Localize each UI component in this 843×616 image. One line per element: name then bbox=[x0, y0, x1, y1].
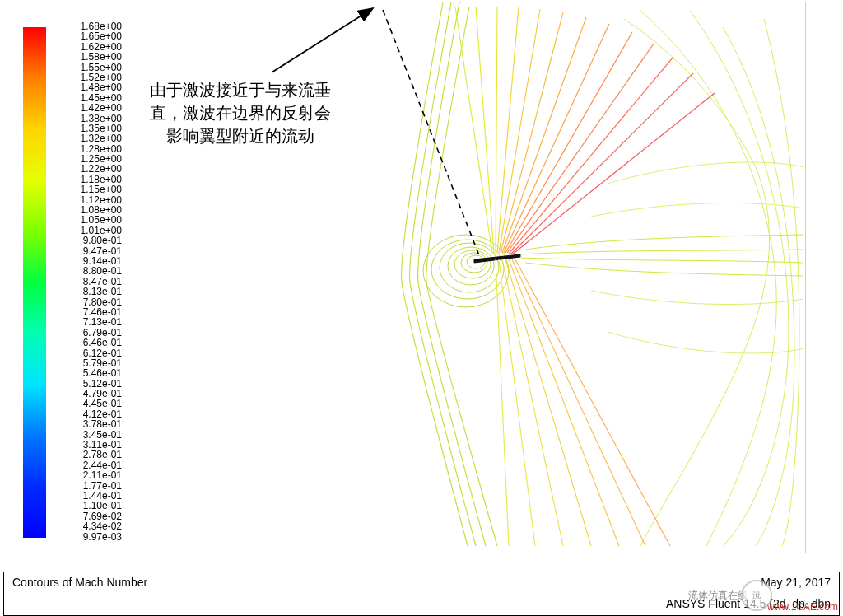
legend-tick: 7.13e-01 bbox=[49, 317, 122, 327]
svg-point-1 bbox=[431, 240, 504, 299]
svg-line-18 bbox=[510, 73, 693, 254]
watermark-logo-icon: 流 bbox=[741, 580, 772, 611]
legend-tick: 1.42e+00 bbox=[49, 103, 122, 113]
svg-line-8 bbox=[476, 7, 494, 254]
legend-tick: 1.65e+00 bbox=[49, 31, 122, 41]
svg-line-26 bbox=[515, 259, 670, 546]
legend-tick: 9.97e-03 bbox=[49, 532, 122, 542]
legend-tick: 2.11e-01 bbox=[49, 470, 122, 480]
legend-tick: 8.80e-01 bbox=[49, 266, 122, 276]
watermark-url: www.1CAE.com bbox=[767, 601, 838, 613]
legend-tick: 1.15e+00 bbox=[49, 184, 122, 194]
svg-line-25 bbox=[512, 259, 645, 546]
annotation-line-3: 影响翼型附近的流动 bbox=[150, 124, 331, 147]
legend-tick: 1.32e+00 bbox=[49, 133, 122, 143]
legend-tick: 1.48e+00 bbox=[49, 82, 122, 92]
legend-tick: 2.78e-01 bbox=[49, 450, 122, 460]
annotation-line-2: 直，激波在边界的反射会 bbox=[150, 101, 331, 124]
plot-title: Contours of Mach Number bbox=[12, 576, 147, 589]
legend-tick: 8.13e-01 bbox=[49, 287, 122, 296]
svg-line-11 bbox=[499, 9, 540, 253]
legend-tick: 1.10e-01 bbox=[49, 501, 122, 511]
color-legend-ticks: 1.68e+001.65e+001.62e+001.58e+001.55e+00… bbox=[49, 21, 122, 542]
legend-tick: 1.22e+00 bbox=[49, 164, 122, 174]
svg-line-17 bbox=[509, 57, 673, 254]
svg-line-21 bbox=[499, 259, 535, 546]
legend-tick: 9.80e-01 bbox=[49, 236, 122, 245]
plot-date: May 21, 2017 bbox=[761, 576, 831, 589]
legend-tick: 4.34e-02 bbox=[49, 521, 122, 531]
svg-line-7 bbox=[455, 7, 492, 254]
watermark-text: 流体仿真在线 bbox=[688, 589, 748, 603]
legend-tick: 4.45e-01 bbox=[49, 399, 122, 408]
svg-line-9 bbox=[496, 7, 497, 254]
legend-tick: 5.46e-01 bbox=[49, 368, 122, 378]
legend-tick: 1.58e+00 bbox=[49, 52, 122, 62]
svg-point-4 bbox=[454, 250, 491, 278]
annotation-text: 由于激波接近于与来流垂 直，激波在边界的反射会 影响翼型附近的流动 bbox=[150, 78, 331, 147]
svg-line-22 bbox=[502, 259, 563, 546]
legend-tick: 1.05e+00 bbox=[49, 215, 122, 225]
legend-tick: 3.78e-01 bbox=[49, 419, 122, 429]
color-legend-bar bbox=[23, 27, 46, 538]
annotation-line-1: 由于激波接近于与来流垂 bbox=[150, 78, 331, 101]
svg-line-20 bbox=[496, 259, 509, 546]
svg-line-24 bbox=[509, 259, 619, 546]
svg-line-19 bbox=[512, 93, 715, 254]
figure-root: 1.68e+001.65e+001.62e+001.58e+001.55e+00… bbox=[0, 0, 843, 616]
legend-tick: 6.46e-01 bbox=[49, 338, 122, 348]
